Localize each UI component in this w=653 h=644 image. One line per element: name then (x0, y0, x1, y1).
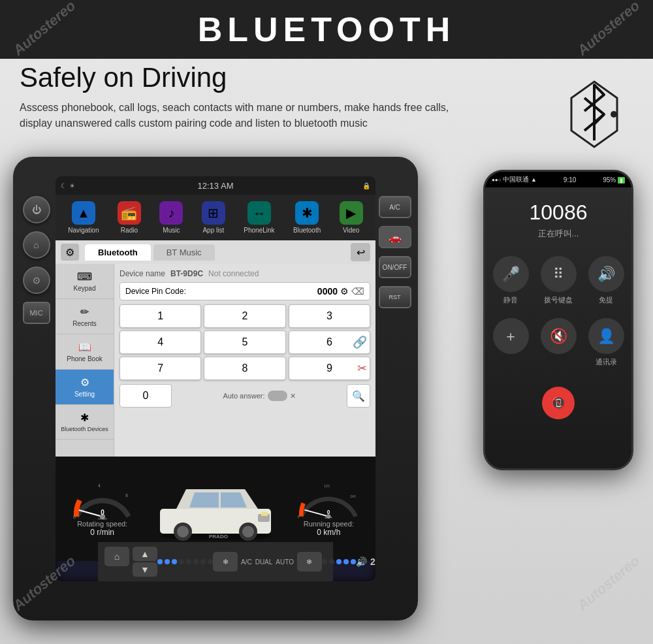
nav-video-label: Video (343, 227, 359, 234)
dialpad-button[interactable]: ⠿ 拨号键盘 (539, 256, 577, 305)
numpad-2[interactable]: 2 (204, 304, 285, 328)
device-name-value: BT-9D9C (170, 269, 203, 278)
numpad-6[interactable]: 6 🔗 (289, 330, 370, 354)
toggle-x-icon: ✕ (290, 392, 296, 400)
svg-point-15 (242, 526, 254, 538)
sidebar-item-setting[interactable]: ⚙ Setting (56, 370, 114, 405)
nav-music-icon: ♪ (159, 201, 183, 225)
home-button[interactable]: ⌂ (23, 231, 50, 259)
nav-radio[interactable]: 📻 Radio (118, 201, 141, 234)
ac-label: A/C (241, 558, 252, 566)
right-panel: A/C 🚗 ON/OFF RST (377, 196, 413, 308)
phone-call-number: 10086 (530, 201, 588, 225)
tab-btmusic[interactable]: BT Music (153, 244, 215, 261)
numpad-4[interactable]: 4 (119, 330, 201, 354)
rotating-speed-gauge: 0 4 8 0 r/min Rotating speed: 0 r/min (70, 481, 135, 537)
car-icon-button[interactable]: 🚗 (379, 226, 411, 248)
sidebar-item-bt-devices[interactable]: ✱ Bluetooth Devices (56, 405, 114, 440)
ac-button[interactable]: A/C (379, 196, 411, 218)
nav-navigation-label: Navigation (68, 227, 99, 234)
numpad-3[interactable]: 3 (289, 304, 370, 328)
tab-back-button[interactable]: ↩ (351, 243, 370, 261)
volume-icon: 🔊 (356, 556, 367, 567)
search-button[interactable]: 🔍 (347, 384, 370, 408)
led-7 (200, 559, 206, 564)
bluetooth-header: BLUETOOTH (0, 0, 653, 59)
nav-video[interactable]: ▶ Video (340, 201, 363, 234)
numpad-8[interactable]: 8 (204, 357, 285, 380)
nav-applist-label: App list (202, 227, 224, 234)
numpad-1[interactable]: 1 (119, 304, 201, 328)
home-ctrl-button[interactable]: ⌂ (104, 547, 129, 566)
pin-delete-icon[interactable]: ⌫ (351, 286, 364, 297)
pin-row: Device Pin Code: 0000 ⚙ ⌫ (119, 282, 370, 300)
vol-down-button[interactable]: 🔇 (539, 318, 577, 367)
settings-button[interactable]: ⊙ (23, 266, 50, 294)
numpad-7[interactable]: 7 (119, 357, 201, 380)
sidebar-item-keypad[interactable]: ⌨ Keypad (56, 264, 114, 299)
speaker-icon: 🔊 (588, 256, 624, 292)
sidebar-item-recents[interactable]: ✏ Recents (56, 299, 114, 334)
nav-applist[interactable]: ⊞ App list (202, 201, 225, 234)
vol-bar-1 (322, 559, 327, 564)
phone-call-status: 正在呼叫... (538, 228, 579, 240)
svg-point-2 (611, 111, 617, 118)
add-call-button[interactable]: ＋ (492, 318, 530, 367)
svg-line-6 (79, 510, 103, 517)
down-button[interactable]: ▼ (133, 562, 157, 577)
led-3 (172, 559, 177, 564)
pin-settings-icon[interactable]: ⚙ (340, 286, 349, 297)
phone-battery: 95% ▮ (603, 176, 625, 184)
phone-screen: ●●○ 中国联通 ▲ 9:10 95% ▮ 10086 正在呼叫... 🎤 静音… (483, 170, 633, 470)
fan-icon-btn[interactable]: ❄ (213, 552, 238, 572)
auto-answer-toggle[interactable] (268, 391, 287, 401)
control-bar: ⌂ ▲ ▼ (98, 542, 333, 581)
onoff-button[interactable]: ON/OFF (379, 256, 411, 278)
settings-tab-icon[interactable]: ⚙ (61, 244, 79, 261)
svg-text:0: 0 (298, 515, 300, 519)
nav-bar: ▲ Navigation 📻 Radio ♪ Music ⊞ App list … (56, 195, 375, 240)
mic-button[interactable]: MIC (23, 302, 50, 324)
sidebar-setting-label: Setting (74, 391, 95, 398)
volume-value: 28 (370, 556, 375, 567)
speaker-label: 免提 (599, 295, 613, 305)
sidebar-item-phonebook[interactable]: 📖 Phone Book (56, 334, 114, 370)
led-2 (165, 559, 170, 564)
connection-status: Not connected (208, 269, 259, 278)
end-call-icon: 📵 (542, 387, 575, 419)
gauge2-svg: 0 120 240 0 km/h (296, 481, 361, 520)
nav-music[interactable]: ♪ Music (159, 201, 183, 234)
nav-applist-icon: ⊞ (202, 201, 225, 225)
speaker-button[interactable]: 🔊 免提 (587, 256, 625, 305)
numpad-9[interactable]: 9 ✂ (289, 357, 370, 380)
contacts-button[interactable]: 👤 通讯录 (587, 318, 625, 367)
tab-bluetooth[interactable]: Bluetooth (85, 244, 151, 261)
nav-bluetooth-label: Bluetooth (293, 227, 321, 234)
nav-navigation-icon: ▲ (72, 201, 95, 225)
defrost-icon-btn[interactable]: ❄ (297, 552, 322, 572)
rst-button[interactable]: RST (379, 286, 411, 308)
nav-bluetooth[interactable]: ✱ Bluetooth (293, 201, 321, 234)
numpad-5[interactable]: 5 (204, 330, 285, 354)
mute-button[interactable]: 🎤 静音 (492, 256, 530, 305)
vol-bar-5 (351, 559, 356, 564)
nav-bluetooth-icon: ✱ (295, 201, 319, 225)
car-unit-container: ⏻ ⌂ ⊙ MIC A/C 🚗 ON/OFF RST ☾ ☀ 12:13 AM (13, 157, 418, 627)
led-8 (208, 559, 213, 564)
sidebar-keypad-label: Keypad (74, 285, 96, 292)
nav-navigation[interactable]: ▲ Navigation (68, 201, 99, 234)
up-button[interactable]: ▲ (133, 547, 157, 561)
nav-phonelink[interactable]: ↔ PhoneLink (244, 201, 274, 234)
phonebook-icon: 📖 (78, 341, 91, 353)
sidebar-phonebook-label: Phone Book (67, 355, 103, 362)
contacts-icon: 👤 (588, 318, 624, 354)
end-call-button[interactable]: 📵 (542, 387, 575, 419)
safely-section: Safely on Driving Asscess phonebook, cal… (20, 62, 633, 131)
add-call-icon: ＋ (493, 318, 529, 354)
lock-icon: 🔒 (362, 182, 370, 189)
numpad-0[interactable]: 0 (119, 384, 172, 408)
nav-radio-icon: 📻 (118, 201, 141, 225)
power-button[interactable]: ⏻ (23, 196, 50, 223)
moon-icon: ☾ (61, 182, 67, 189)
phone-actions-grid-2: ＋ 🔇 👤 通讯录 (492, 318, 625, 367)
